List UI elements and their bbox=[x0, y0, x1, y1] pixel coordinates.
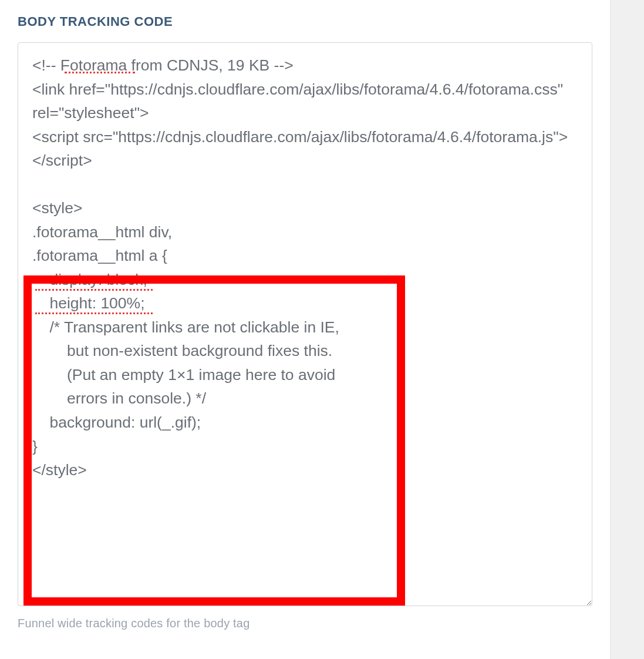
right-gutter bbox=[611, 0, 644, 659]
body-tracking-code-textarea[interactable] bbox=[18, 42, 592, 606]
section-title: BODY TRACKING CODE bbox=[18, 14, 592, 29]
main-panel: BODY TRACKING CODE Funnel wide tracking … bbox=[0, 0, 611, 659]
help-text: Funnel wide tracking codes for the body … bbox=[18, 617, 592, 630]
textarea-wrapper bbox=[18, 42, 592, 608]
body-tracking-section: BODY TRACKING CODE Funnel wide tracking … bbox=[0, 0, 610, 642]
